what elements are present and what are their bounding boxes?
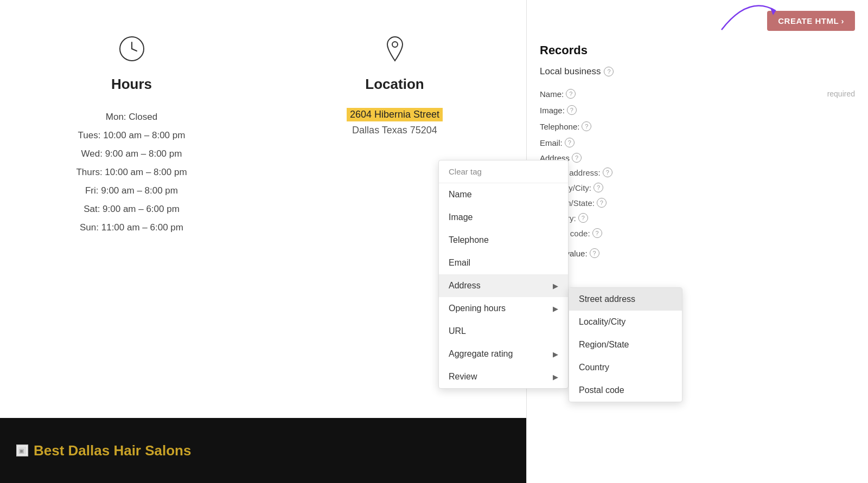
hours-list-item: Thurs: 10:00 am – 8:00 pm bbox=[76, 163, 187, 182]
hours-list-item: Sun: 11:00 am – 6:00 pm bbox=[76, 218, 187, 237]
field-telephone: Telephone: ? bbox=[540, 118, 855, 134]
address-group: Address ? Street address: ? Locality/Cit… bbox=[540, 153, 855, 241]
hours-list-item: Sat: 9:00 am – 6:00 pm bbox=[76, 200, 187, 218]
footer-logo-text: Best Dallas Hair Salons bbox=[34, 442, 191, 459]
field-rating-value: Rating value: ? bbox=[540, 245, 855, 261]
hours-list-item: Mon: Closed bbox=[76, 108, 187, 126]
context-menu-item-name[interactable]: Name bbox=[439, 183, 568, 206]
svg-point-3 bbox=[392, 42, 398, 47]
context-menu-item-email[interactable]: Email bbox=[439, 252, 568, 274]
postal-help-icon[interactable]: ? bbox=[592, 228, 602, 238]
locality-help-icon[interactable]: ? bbox=[593, 183, 603, 192]
clock-icon bbox=[116, 33, 148, 65]
pin-icon bbox=[379, 33, 411, 65]
field-locality: Locality/City: ? bbox=[540, 180, 855, 195]
svg-text:▣: ▣ bbox=[19, 448, 24, 454]
chevron-right-icon: ▶ bbox=[553, 282, 558, 290]
context-menu: Clear tag Name Image Telephone Email Add… bbox=[438, 160, 569, 389]
submenu-item-postal-code[interactable]: Postal code bbox=[569, 379, 682, 402]
chevron-right-icon-4: ▶ bbox=[553, 373, 558, 381]
field-email: Email: ? bbox=[540, 134, 855, 151]
field-postal-code: Postal code: ? bbox=[540, 226, 855, 241]
context-menu-item-image[interactable]: Image bbox=[439, 206, 568, 229]
street-help-icon[interactable]: ? bbox=[603, 168, 612, 177]
country-help-icon[interactable]: ? bbox=[578, 213, 588, 223]
field-region: Region/State: ? bbox=[540, 195, 855, 210]
local-business-label: Local business ? bbox=[540, 66, 855, 77]
field-street-address: Street address: ? bbox=[540, 165, 855, 180]
name-help-icon[interactable]: ? bbox=[566, 89, 576, 99]
rating-help-icon[interactable]: ? bbox=[590, 248, 599, 258]
field-country: Country: ? bbox=[540, 210, 855, 226]
email-help-icon[interactable]: ? bbox=[565, 138, 575, 147]
field-name: Name: ? required bbox=[540, 86, 855, 102]
svg-line-2 bbox=[132, 49, 137, 51]
hours-list-item: Fri: 9:00 am – 8:00 pm bbox=[76, 182, 187, 200]
right-panel: CREATE HTML › Records Local business ? N… bbox=[526, 0, 868, 483]
submenu: Street address Locality/City Region/Stat… bbox=[569, 287, 682, 402]
context-menu-item-opening-hours[interactable]: Opening hours ▶ bbox=[439, 297, 568, 320]
hours-section: Hours Mon: ClosedTues: 10:00 am – 8:00 p… bbox=[0, 0, 263, 418]
create-html-button[interactable]: CREATE HTML › bbox=[767, 11, 855, 31]
submenu-item-region[interactable]: Region/State bbox=[569, 333, 682, 356]
context-menu-item-review[interactable]: Review ▶ bbox=[439, 365, 568, 388]
address-help-icon[interactable]: ? bbox=[572, 153, 582, 163]
footer-logo: ▣ Best Dallas Hair Salons bbox=[16, 442, 191, 459]
address-line2: Dallas Texas 75204 bbox=[352, 125, 437, 136]
hours-list: Mon: ClosedTues: 10:00 am – 8:00 pmWed: … bbox=[76, 108, 187, 237]
submenu-item-country[interactable]: Country bbox=[569, 356, 682, 379]
context-menu-item-address[interactable]: Address ▶ bbox=[439, 274, 568, 297]
location-title: Location bbox=[365, 76, 424, 93]
context-menu-item-telephone[interactable]: Telephone bbox=[439, 229, 568, 252]
chevron-right-icon-3: ▶ bbox=[553, 350, 558, 358]
footer-logo-image: ▣ bbox=[16, 445, 28, 456]
image-help-icon[interactable]: ? bbox=[567, 105, 577, 115]
context-menu-item-aggregate-rating[interactable]: Aggregate rating ▶ bbox=[439, 343, 568, 365]
chevron-right-icon-2: ▶ bbox=[553, 305, 558, 313]
records-title: Records bbox=[527, 38, 868, 66]
panel-header: CREATE HTML › bbox=[527, 0, 868, 38]
hours-title: Hours bbox=[111, 76, 152, 93]
footer-bar: ▣ Best Dallas Hair Salons bbox=[0, 418, 526, 483]
records-content: Local business ? Name: ? required Image:… bbox=[527, 66, 868, 483]
submenu-item-locality[interactable]: Locality/City bbox=[569, 311, 682, 333]
local-business-help-icon[interactable]: ? bbox=[604, 67, 614, 76]
submenu-item-street-address[interactable]: Street address bbox=[569, 288, 682, 311]
address-highlight: 2604 Hibernia Street bbox=[347, 108, 443, 125]
hours-list-item: Tues: 10:00 am – 8:00 pm bbox=[76, 126, 187, 145]
region-help-icon[interactable]: ? bbox=[597, 198, 607, 208]
context-menu-item-clear-tag[interactable]: Clear tag bbox=[439, 160, 568, 183]
context-menu-item-url[interactable]: URL bbox=[439, 320, 568, 343]
field-image: Image: ? bbox=[540, 102, 855, 118]
telephone-help-icon[interactable]: ? bbox=[582, 121, 591, 131]
hours-list-item: Wed: 9:00 am – 8:00 pm bbox=[76, 145, 187, 163]
